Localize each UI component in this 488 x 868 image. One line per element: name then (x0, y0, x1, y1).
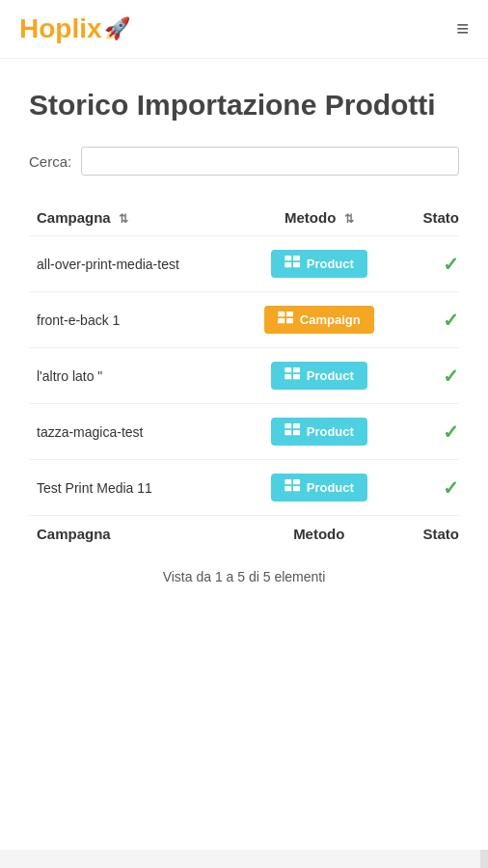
cell-stato: ✓ (401, 460, 459, 516)
svg-rect-11 (293, 374, 300, 379)
table-row: tazza-magica-test Product✓ (29, 404, 459, 460)
svg-rect-18 (285, 486, 291, 491)
badge-icon (285, 423, 302, 440)
table-row: all-over-print-media-test Product✓ (29, 236, 459, 292)
footer-campagna-label: Campagna (29, 516, 236, 553)
check-icon: ✓ (443, 310, 459, 331)
badge-label: Product (307, 368, 354, 383)
table-row: front-e-back 1 Campaign✓ (29, 292, 459, 348)
search-label: Cerca: (29, 153, 71, 170)
check-icon: ✓ (443, 421, 459, 443)
page-title: Storico Importazione Prodotti (29, 88, 459, 122)
cell-campagna: front-e-back 1 (29, 292, 236, 348)
svg-rect-5 (286, 312, 293, 316)
data-table: Campagna ⇅ Metodo ⇅ Stato all-over-print… (29, 200, 459, 552)
svg-rect-1 (293, 256, 300, 260)
cell-stato: ✓ (401, 348, 459, 404)
main-content: Storico Importazione Prodotti Cerca: Cam… (0, 59, 488, 850)
check-icon: ✓ (443, 254, 459, 275)
search-input[interactable] (81, 147, 459, 176)
badge-label: Product (307, 424, 354, 439)
table-row: l'altro lato " Product✓ (29, 348, 459, 404)
svg-rect-12 (285, 423, 291, 428)
sort-icon-metodo[interactable]: ⇅ (344, 212, 354, 226)
cell-campagna: l'altro lato " (29, 348, 236, 404)
svg-rect-10 (285, 374, 291, 379)
logo-text: Hoplix (19, 14, 102, 44)
sort-icon-campagna[interactable]: ⇅ (119, 212, 128, 226)
cell-stato: ✓ (401, 236, 459, 292)
svg-rect-16 (285, 479, 291, 484)
cell-campagna: tazza-magica-test (29, 404, 236, 460)
cell-metodo: Product (236, 236, 401, 292)
svg-rect-9 (293, 367, 300, 372)
col-metodo: Metodo ⇅ (236, 200, 401, 236)
rocket-icon: 🚀 (104, 16, 130, 41)
badge-label: Product (307, 480, 354, 495)
svg-rect-3 (293, 262, 300, 267)
svg-rect-0 (285, 256, 291, 260)
check-icon: ✓ (443, 477, 459, 499)
product-badge[interactable]: Product (271, 418, 367, 446)
check-icon: ✓ (443, 366, 459, 387)
svg-rect-8 (285, 367, 291, 372)
svg-rect-6 (278, 318, 285, 323)
product-badge[interactable]: Product (271, 250, 367, 278)
footer-stato-label: Stato (401, 516, 459, 553)
badge-icon (285, 256, 302, 272)
svg-rect-15 (293, 430, 300, 435)
app-header: Hoplix 🚀 ≡ (0, 0, 488, 59)
svg-rect-2 (285, 262, 291, 267)
cell-metodo: Product (236, 460, 401, 516)
cell-metodo: Product (236, 404, 401, 460)
cell-metodo: Campaign (236, 292, 401, 348)
logo: Hoplix 🚀 (19, 14, 130, 44)
cell-stato: ✓ (401, 292, 459, 348)
pagination-text: Vista da 1 a 5 di 5 elementi (29, 569, 459, 584)
svg-rect-19 (293, 486, 300, 491)
svg-rect-13 (293, 423, 300, 428)
badge-icon (285, 367, 302, 384)
col-stato: Stato (401, 200, 459, 236)
svg-rect-17 (293, 479, 300, 484)
badge-icon (278, 312, 295, 328)
product-badge[interactable]: Product (271, 474, 367, 502)
search-row: Cerca: (29, 147, 459, 176)
svg-rect-4 (278, 312, 285, 316)
cell-campagna: all-over-print-media-test (29, 236, 236, 292)
col-campagna: Campagna ⇅ (29, 200, 236, 236)
cell-campagna: Test Print Media 11 (29, 460, 236, 516)
badge-label: Campaign (300, 312, 361, 327)
product-badge[interactable]: Product (271, 362, 367, 390)
badge-label: Product (307, 257, 354, 271)
table-row: Test Print Media 11 Product✓ (29, 460, 459, 516)
svg-rect-7 (286, 318, 293, 323)
footer-metodo-label: Metodo (236, 516, 401, 553)
svg-rect-14 (285, 430, 291, 435)
cell-stato: ✓ (401, 404, 459, 460)
menu-button[interactable]: ≡ (456, 16, 469, 41)
campaign-badge[interactable]: Campaign (264, 306, 374, 334)
badge-icon (285, 479, 302, 496)
cell-metodo: Product (236, 348, 401, 404)
